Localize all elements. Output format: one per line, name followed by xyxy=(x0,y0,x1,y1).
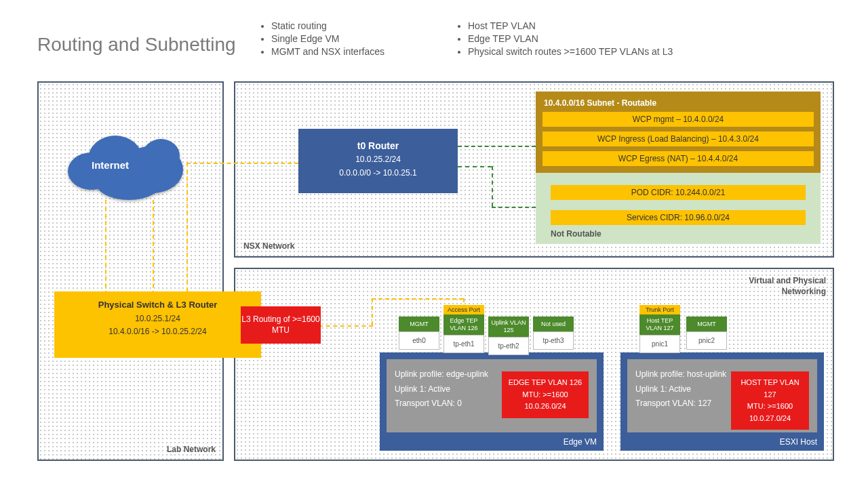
wcp-mgmt-bar: WCP mgmt – 10.4.0.0/24 xyxy=(542,112,814,127)
virtual-physical-label: Virtual and PhysicalNetworking xyxy=(749,276,826,297)
port-tag: Access Port xyxy=(443,305,484,314)
t0-route: 0.0.0.0/0 -> 10.0.25.1 xyxy=(339,168,416,178)
port-cell: pnic2 xyxy=(686,331,727,350)
wcp-ingress-bar: WCP Ingress (Load Balancing) – 10.4.3.0/… xyxy=(542,131,814,146)
port-cell: tp-eth3 xyxy=(533,331,574,350)
nsx-network-label: NSX Network xyxy=(243,241,294,251)
physical-switch-title: Physical Switch & L3 Router xyxy=(98,300,218,310)
internet-label: Internet xyxy=(92,159,129,171)
port-head: Not used xyxy=(533,317,574,331)
edge-port-tpeth1: Access Port Edge TEP VLAN 126 tp-eth1 xyxy=(443,305,484,353)
edge-port-eth0: MGMT eth0 xyxy=(399,317,439,350)
bullet-list-right: Host TEP VLAN Edge TEP VLAN Physical swi… xyxy=(454,20,848,59)
bullet-item: Edge TEP VLAN xyxy=(468,33,848,44)
bullet-item: MGMT and NSX interfaces xyxy=(271,46,448,57)
not-routable-label: Not Routable xyxy=(551,229,601,239)
edge-port-tpeth2: Uplink VLAN 125 tp-eth2 xyxy=(488,317,529,355)
esxi-host-label: ESXI Host xyxy=(780,437,817,447)
edge-vm-box: Uplink profile: edge-uplink Uplink 1: Ac… xyxy=(380,352,604,451)
physical-switch-route: 10.4.0.0/16 -> 10.0.25.2/24 xyxy=(108,327,206,336)
edge-port-tpeth3: Not used tp-eth3 xyxy=(533,317,574,350)
connector-switch-edge xyxy=(372,298,373,325)
bullet-item: Physical switch routes >=1600 TEP VLANs … xyxy=(468,46,848,57)
port-head: MGMT xyxy=(399,317,439,331)
connector-switch-t0 xyxy=(186,163,188,291)
connector-t0-notroutable xyxy=(458,166,492,167)
pod-cidr-bar: POD CIDR: 10.244.0.0/21 xyxy=(551,185,806,200)
connector-switch-edge xyxy=(319,325,373,327)
port-cell: tp-eth1 xyxy=(443,335,484,353)
esxi-config: Uplink profile: host-uplink Uplink 1: Ac… xyxy=(627,359,817,432)
t0-title: t0 Router xyxy=(357,140,399,151)
port-cell: pnic1 xyxy=(639,335,680,353)
port-cell: tp-eth2 xyxy=(488,337,529,355)
bullet-list-left: Static routing Single Edge VM MGMT and N… xyxy=(258,20,448,59)
t0-ip: 10.0.25.2/24 xyxy=(355,155,401,164)
esxi-port-pnic1: Trunk Port Host TEP VLAN 127 pnic1 xyxy=(639,305,680,353)
edge-vm-label: Edge VM xyxy=(564,437,597,447)
host-tep-config: HOST TEP VLAN 127 MTU: >=1600 10.0.27.0/… xyxy=(731,371,809,430)
edge-vm-config: Uplink profile: edge-uplink Uplink 1: Ac… xyxy=(387,359,597,432)
port-head: Host TEP VLAN 127 xyxy=(639,314,680,335)
port-head: Uplink VLAN 125 xyxy=(488,317,529,337)
lab-network-label: Lab Network xyxy=(167,445,216,454)
l3-routing-box: L3 Routing of >=1600 MTU xyxy=(241,306,321,344)
esxi-host-box: Uplink profile: host-uplink Uplink 1: Ac… xyxy=(620,352,824,451)
connector-t0-notroutable xyxy=(492,207,536,208)
connector-switch-edge xyxy=(372,298,463,300)
connector-internet-switch xyxy=(153,200,154,295)
port-cell: eth0 xyxy=(399,331,439,350)
physical-switch-box: Physical Switch & L3 Router 10.0.25.1/24… xyxy=(54,291,261,358)
services-cidr-bar: Services CIDR: 10.96.0.0/24 xyxy=(551,210,806,225)
wcp-egress-bar: WCP Egress (NAT) – 10.4.4.0/24 xyxy=(542,151,814,166)
edge-tep-config: EDGE TEP VLAN 126 MTU: >=1600 10.0.26.0/… xyxy=(502,371,589,418)
t0-router-box: t0 Router 10.0.25.2/24 0.0.0.0/0 -> 10.0… xyxy=(298,129,458,193)
bullet-item: Static routing xyxy=(271,20,448,31)
bullet-item: Single Edge VM xyxy=(271,33,448,44)
port-tag: Trunk Port xyxy=(639,305,680,314)
page-title: Routing and Subnetting xyxy=(37,34,236,56)
routable-title: 10.4.0.0/16 Subnet - Routable xyxy=(544,98,814,108)
connector-t0-routable xyxy=(458,146,536,147)
physical-switch-ip: 10.0.25.1/24 xyxy=(135,314,180,323)
connector-internet-switch xyxy=(105,200,106,295)
connector-switch-t0 xyxy=(186,163,298,164)
esxi-port-pnic2: MGMT pnic2 xyxy=(686,317,727,350)
bullet-item: Host TEP VLAN xyxy=(468,20,848,31)
routable-subnet-box: 10.4.0.0/16 Subnet - Routable WCP mgmt –… xyxy=(536,92,821,173)
port-head: Edge TEP VLAN 126 xyxy=(443,314,484,335)
connector-t0-notroutable xyxy=(492,166,493,207)
port-head: MGMT xyxy=(686,317,727,331)
